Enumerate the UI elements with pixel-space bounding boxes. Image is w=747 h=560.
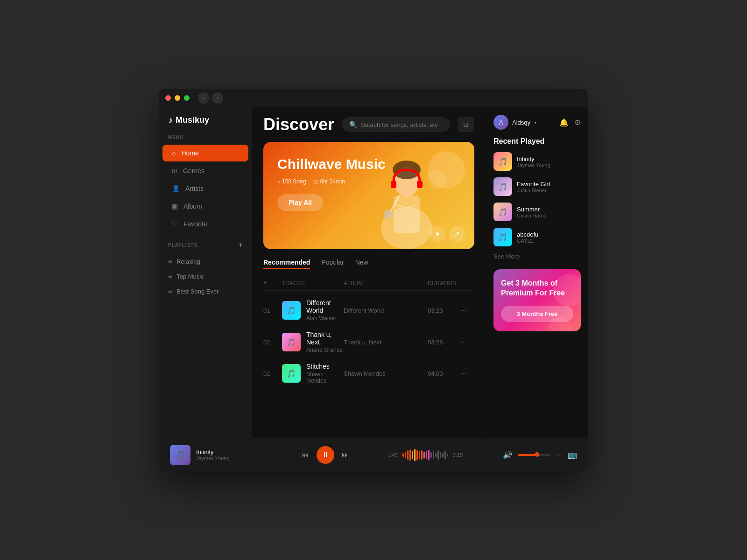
sidebar-item-album[interactable]: ▣ Album bbox=[162, 198, 248, 215]
tab-popular[interactable]: Popular bbox=[321, 259, 344, 269]
add-playlist-button[interactable]: + bbox=[239, 241, 243, 249]
songs-icon: ♪ bbox=[277, 178, 280, 185]
track-duration-2: 03:28 bbox=[428, 339, 460, 346]
recent-artist-4: GAYLE bbox=[517, 238, 538, 244]
nav-back-button[interactable]: ‹ bbox=[198, 92, 209, 104]
pause-button[interactable]: ⏸ bbox=[317, 446, 334, 464]
playlist-options-relaxing[interactable]: ··· bbox=[235, 258, 243, 265]
hero-title: Chillwave Music bbox=[277, 156, 386, 173]
playlists-label: PLAYLISTS bbox=[168, 243, 197, 248]
premium-card: Get 3 Months of Premium For Free 3 Month… bbox=[493, 269, 581, 331]
recent-name-3: Summer bbox=[517, 206, 546, 213]
avatar: A bbox=[493, 115, 508, 130]
track-thumb-3: 🎵 bbox=[282, 364, 301, 383]
recent-thumb-4: 🎵 bbox=[493, 228, 512, 246]
volume-slider[interactable] bbox=[518, 454, 550, 456]
recent-artist-3: Calvin Harris bbox=[517, 213, 546, 218]
recent-artist-2: Justin Bieber bbox=[517, 188, 550, 193]
skip-back-button[interactable]: ⏮ bbox=[302, 451, 309, 459]
close-button[interactable] bbox=[165, 95, 171, 101]
track-options-3[interactable]: ··· bbox=[460, 369, 474, 378]
hero-banner: Chillwave Music ♪ 150 Song ◷ 6hr 24min P… bbox=[263, 142, 474, 249]
notifications-button[interactable]: 🔔 bbox=[559, 118, 569, 127]
list-item[interactable]: 🎵 abcdefu GAYLE bbox=[493, 228, 581, 246]
sidebar-item-favorite[interactable]: ♡ Favorite bbox=[162, 216, 248, 232]
nav-forward-button[interactable]: › bbox=[212, 92, 223, 104]
logo-icon: ♪ bbox=[168, 115, 173, 126]
col-num-header: # bbox=[263, 280, 282, 287]
search-input[interactable] bbox=[361, 121, 443, 128]
play-all-button[interactable]: Play All bbox=[277, 194, 323, 211]
skip-forward-button[interactable]: ⏭ bbox=[342, 451, 349, 459]
search-icon: 🔍 bbox=[349, 121, 357, 128]
menu-label: MENU bbox=[159, 135, 252, 145]
sidebar-item-home[interactable]: ⌂ Home bbox=[162, 145, 248, 161]
logo: ♪ Musikuy bbox=[159, 115, 252, 135]
playlist-icon-relaxing: ≡ bbox=[168, 258, 172, 265]
tabs: Recommended Popular New bbox=[263, 259, 474, 269]
recent-name-4: abcdefu bbox=[517, 231, 538, 238]
sidebar-item-label-artists: Artists bbox=[185, 185, 204, 192]
table-row[interactable]: 02 🎵 Thank u, Next Ariana Grande Thank u… bbox=[263, 326, 474, 358]
settings-button[interactable]: ⚙ bbox=[574, 118, 581, 127]
recent-played-title: Recent Played bbox=[493, 137, 581, 146]
track-artist-2: Ariana Grande bbox=[306, 347, 344, 353]
playlist-label-best-song: Best Song Ever bbox=[176, 288, 218, 295]
tab-recommended[interactable]: Recommended bbox=[263, 259, 310, 269]
playlist-item-best-song[interactable]: ≡ Best Song Ever ··· bbox=[159, 284, 252, 299]
playlist-options-top-music[interactable]: ··· bbox=[235, 273, 243, 280]
track-options-1[interactable]: ··· bbox=[460, 306, 474, 315]
table-row[interactable]: 02 🎵 Stitches Shawn Mendes Shawn Mendes … bbox=[263, 358, 474, 389]
search-bar[interactable]: 🔍 bbox=[342, 117, 450, 132]
playlist-options-best-song[interactable]: ··· bbox=[235, 288, 243, 294]
svg-rect-4 bbox=[391, 181, 396, 188]
sidebar-item-genres[interactable]: ⊞ Genres bbox=[162, 162, 248, 179]
hero-like-button[interactable]: ♥ bbox=[430, 226, 445, 242]
track-options-2[interactable]: ··· bbox=[460, 338, 474, 346]
hero-share-button[interactable]: ↗ bbox=[449, 226, 465, 242]
svg-point-7 bbox=[384, 210, 392, 219]
sidebar-item-label-genres: Genres bbox=[183, 167, 204, 175]
table-row[interactable]: 01 🎵 Different World Alan Walker Differe… bbox=[263, 294, 474, 326]
home-icon: ⌂ bbox=[172, 149, 176, 157]
playlist-icon-top-music: ≡ bbox=[168, 273, 172, 280]
player-controls: ⏮ ⏸ ⏭ bbox=[273, 446, 378, 464]
user-info[interactable]: A Aldsqy ▾ bbox=[493, 115, 536, 130]
sidebar-item-artists[interactable]: 👤 Artists bbox=[162, 180, 248, 197]
track-info-3: 🎵 Stitches Shawn Mendes bbox=[282, 363, 344, 384]
waveform bbox=[402, 448, 448, 462]
tracks-header: # Tracks Album Duration bbox=[263, 276, 474, 291]
filter-button[interactable]: ⊟ bbox=[458, 117, 474, 132]
title-bar: ‹ › bbox=[159, 89, 588, 107]
minimize-button[interactable] bbox=[175, 95, 180, 101]
list-item[interactable]: 🎵 Infinity Jaymes Young bbox=[493, 152, 581, 171]
right-panel: A Aldsqy ▾ 🔔 ⚙ Recent Played 🎵 Infinity bbox=[486, 107, 588, 438]
volume-icon[interactable]: 🔊 bbox=[503, 450, 512, 459]
player-bar: 🎵 Infinity Jaymes Young ⏮ ⏸ ⏭ 1:45 bbox=[159, 438, 588, 471]
playlist-item-relaxing[interactable]: ≡ Relaxing ··· bbox=[159, 254, 252, 269]
player-song-name: Infinity bbox=[196, 448, 230, 455]
player-album-art: 🎵 bbox=[170, 445, 190, 465]
track-album-1: Different World bbox=[344, 307, 428, 314]
list-item[interactable]: 🎵 Summer Calvin Harris bbox=[493, 203, 581, 221]
tab-new[interactable]: New bbox=[355, 259, 368, 269]
list-item[interactable]: 🎵 Favorite Girl Justin Bieber bbox=[493, 177, 581, 196]
track-number-2: 02 bbox=[263, 339, 282, 346]
playlist-item-top-music[interactable]: ≡ Top Music ··· bbox=[159, 269, 252, 284]
total-time: 3:15 bbox=[453, 452, 463, 458]
cast-button[interactable]: 📺 bbox=[568, 450, 577, 459]
more-options-button[interactable]: ··· bbox=[556, 451, 562, 459]
maximize-button[interactable] bbox=[184, 95, 190, 101]
main-header: Discover 🔍 ⊟ bbox=[252, 107, 486, 142]
hero-duration: ◷ 6hr 24min bbox=[313, 178, 345, 185]
recent-artist-1: Jaymes Young bbox=[517, 162, 550, 168]
page-title: Discover bbox=[263, 115, 334, 134]
svg-rect-1 bbox=[394, 196, 420, 233]
col-duration-header: Duration bbox=[428, 280, 474, 287]
playlist-label-top-music: Top Music bbox=[176, 273, 204, 280]
app-window: ‹ › ♪ Musikuy MENU ⌂ Home ⊞ Genres 👤 Art… bbox=[159, 89, 588, 471]
track-number-3: 02 bbox=[263, 370, 282, 377]
track-artist-3: Shawn Mendes bbox=[306, 371, 344, 384]
sidebar-item-label-favorite: Favorite bbox=[183, 220, 207, 228]
see-more-link[interactable]: See More bbox=[493, 253, 581, 260]
